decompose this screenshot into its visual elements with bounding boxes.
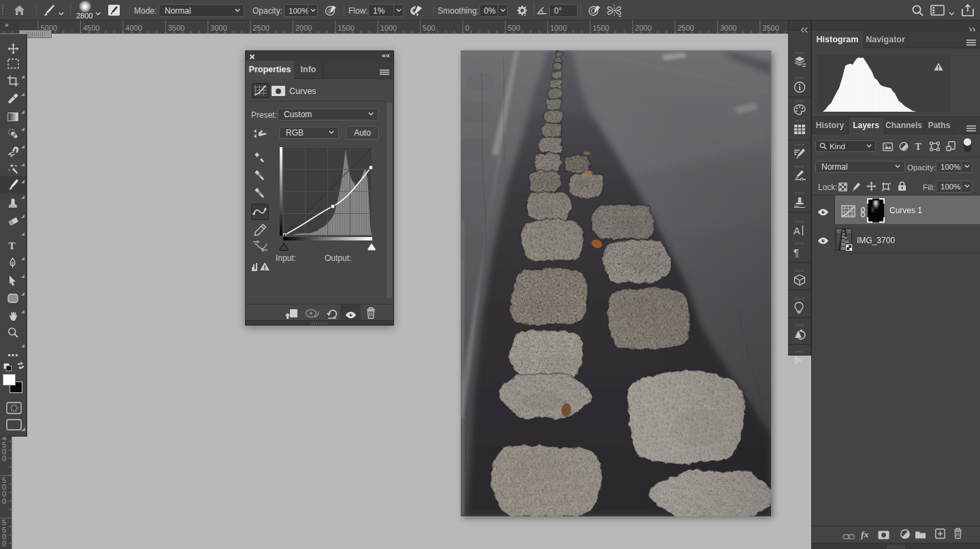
svg-text:0: 0 (2, 539, 6, 548)
svg-text:¶: ¶ (794, 247, 799, 258)
svg-text:3000: 3000 (720, 24, 736, 32)
svg-text:4000: 4000 (125, 24, 142, 32)
svg-text:0: 0 (2, 454, 6, 462)
svg-text:1500: 1500 (338, 24, 354, 32)
svg-text:4500: 4500 (83, 24, 99, 32)
svg-text:2000: 2000 (635, 24, 651, 32)
svg-text:2500: 2500 (678, 24, 694, 32)
svg-text:0: 0 (2, 497, 6, 505)
svg-text:3000: 3000 (210, 24, 227, 32)
svg-text:3500: 3500 (762, 24, 779, 32)
svg-text:0: 0 (466, 24, 470, 32)
svg-text:1000: 1000 (550, 24, 566, 32)
svg-text:500: 500 (423, 24, 435, 32)
svg-text:2500: 2500 (253, 24, 270, 32)
svg-text:1500: 1500 (593, 24, 609, 32)
svg-text:3500: 3500 (168, 24, 184, 32)
svg-text:500: 500 (508, 24, 520, 32)
svg-text:T: T (915, 142, 922, 151)
svg-text:A: A (794, 225, 800, 236)
svg-text:T: T (9, 240, 16, 251)
svg-text:1000: 1000 (380, 24, 397, 32)
svg-text:2000: 2000 (295, 24, 312, 32)
